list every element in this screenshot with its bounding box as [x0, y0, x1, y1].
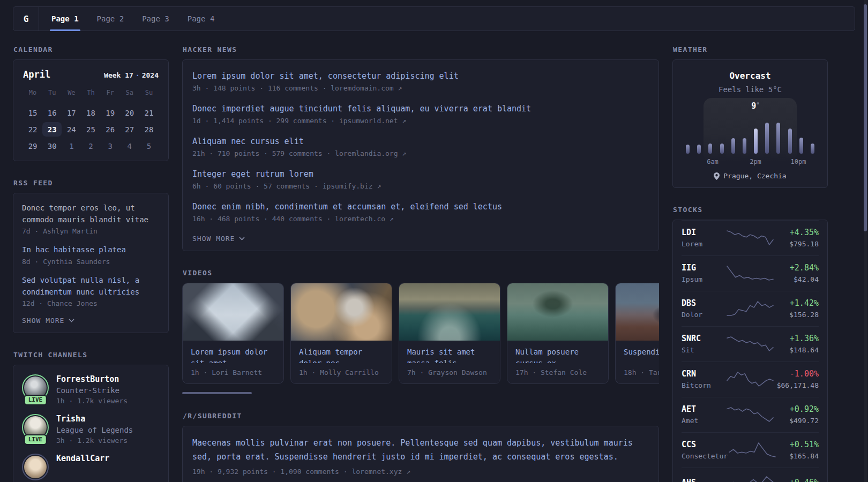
- calendar-day-cell[interactable]: 29: [23, 139, 42, 153]
- stock-ticker[interactable]: CCS: [682, 440, 728, 449]
- video-meta: 1h · Molly Carrillo: [291, 363, 392, 383]
- hn-item-title[interactable]: Aliquam nec cursus elit: [192, 137, 649, 146]
- twitch-widget-title: TWITCH CHANNELS: [13, 351, 169, 359]
- weather-time-label: 6am: [707, 158, 719, 165]
- external-link-icon: ↗: [377, 182, 381, 190]
- show-more-label: SHOW MORE: [22, 317, 64, 325]
- stock-ticker[interactable]: DBS: [682, 298, 725, 308]
- rss-item-title[interactable]: Sed volutpat nulla nisl, a condimentum n…: [22, 275, 160, 298]
- hn-item-domain[interactable]: ipsumify.biz: [323, 182, 373, 190]
- stock-id: SNRC Sit: [682, 334, 725, 354]
- calendar-day-cell[interactable]: 4: [120, 139, 139, 153]
- calendar-day-cell[interactable]: 17: [62, 106, 81, 120]
- hn-item-title[interactable]: Integer eget rutrum lorem: [192, 169, 649, 179]
- weather-location[interactable]: Prague, Czechia: [684, 172, 817, 180]
- video-meta: 1h · Lori Barnett: [183, 363, 283, 383]
- stock-ticker[interactable]: IIG: [682, 263, 725, 273]
- video-thumbnail[interactable]: [616, 283, 659, 341]
- stock-ticker[interactable]: AET: [682, 404, 725, 414]
- calendar-day-cell[interactable]: 26: [101, 122, 120, 137]
- calendar-day-cell[interactable]: 2: [81, 139, 100, 153]
- video-card[interactable]: Suspendisse diam 18h · Tara: [615, 283, 659, 384]
- video-title[interactable]: Suspendisse diam: [616, 341, 659, 363]
- stock-ticker[interactable]: LDI: [682, 228, 725, 237]
- video-thumbnail[interactable]: [183, 283, 283, 341]
- stock-change: +0.51%: [777, 440, 819, 449]
- weather-condition: Overcast: [684, 71, 817, 81]
- video-thumbnail[interactable]: [291, 283, 392, 341]
- videos-widget-title: VIDEOS: [183, 269, 659, 277]
- stock-ticker[interactable]: CRN: [682, 369, 725, 379]
- stock-price: $165.84: [777, 452, 819, 460]
- video-thumbnail[interactable]: [507, 283, 608, 341]
- nav-tab-label: Page 1: [51, 14, 79, 23]
- nav-tab[interactable]: Page 4: [178, 7, 224, 31]
- calendar-day-cell[interactable]: 5: [139, 139, 159, 153]
- stock-id: CRN Bitcorn: [682, 369, 725, 389]
- carousel-scrollbar[interactable]: [182, 392, 252, 394]
- video-title[interactable]: Aliquam tempor dolor nec pharetra…: [291, 341, 392, 363]
- hn-show-more-button[interactable]: SHOW MORE: [192, 235, 649, 243]
- stock-sparkline-wrap: [728, 441, 777, 458]
- stock-name: Consectetur: [682, 452, 728, 460]
- nav-tab[interactable]: Page 3: [133, 7, 178, 31]
- stock-change: +4.35%: [775, 228, 819, 237]
- calendar-day-cell[interactable]: 15: [23, 106, 42, 120]
- weather-bar: [788, 129, 792, 154]
- app-logo[interactable]: G: [13, 7, 39, 31]
- calendar-day-cell[interactable]: 21: [139, 106, 159, 120]
- hn-item-domain[interactable]: ipsumworld.net: [339, 117, 398, 125]
- nav-tab[interactable]: Page 1: [42, 7, 88, 31]
- reddit-post-domain[interactable]: loremnet.xyz: [351, 468, 402, 476]
- calendar-day-cell[interactable]: 28: [139, 122, 159, 137]
- stock-ticker[interactable]: SNRC: [682, 334, 725, 343]
- calendar-day-cell[interactable]: 24: [62, 122, 81, 137]
- stock-sparkline-chart: [725, 406, 775, 423]
- video-card[interactable]: Lorem ipsum dolor sit amet consectetu… 1…: [182, 283, 284, 384]
- calendar-day-cell[interactable]: 1: [62, 139, 81, 153]
- twitch-channel-name[interactable]: KendallCarr: [56, 454, 109, 463]
- hn-item-domain[interactable]: loremtech.co: [335, 215, 385, 223]
- external-link-icon: ↗: [402, 117, 406, 125]
- weather-time-label: 2pm: [750, 158, 761, 165]
- avatar[interactable]: [24, 456, 47, 478]
- stock-change: +1.36%: [775, 334, 819, 343]
- calendar-day-cell[interactable]: 16: [42, 106, 62, 120]
- hn-item-title[interactable]: Donec enim nibh, condimentum et accumsan…: [192, 202, 649, 212]
- hn-item-domain[interactable]: loremdomain.com: [331, 84, 393, 92]
- stocks-card: LDI Lorem +4.35% $795.18: [672, 220, 828, 482]
- calendar-day-cell[interactable]: 3: [101, 139, 120, 153]
- calendar-day-cell[interactable]: 25: [81, 122, 100, 137]
- page-scrollbar-thumb[interactable]: [864, 4, 867, 231]
- calendar-day-cell[interactable]: 18: [81, 106, 100, 120]
- stock-row: AET Amet +0.92% $499.72: [682, 397, 819, 432]
- calendar-day-cell[interactable]: 27: [120, 122, 139, 137]
- video-thumbnail[interactable]: [399, 283, 500, 341]
- calendar-day-cell[interactable]: 23: [42, 122, 62, 137]
- video-card[interactable]: Aliquam tempor dolor nec pharetra… 1h · …: [290, 283, 392, 384]
- rss-item-title[interactable]: In hac habitasse platea: [22, 244, 160, 256]
- hn-item-title[interactable]: Donec imperdiet augue tincidunt felis al…: [192, 104, 649, 114]
- video-card[interactable]: Mauris sit amet massa felis 7h · Grayson…: [399, 283, 500, 384]
- calendar-day-cell[interactable]: 30: [42, 139, 62, 153]
- calendar-day-cell[interactable]: 20: [120, 106, 139, 120]
- rss-show-more-button[interactable]: SHOW MORE: [22, 317, 160, 325]
- weather-bar: [754, 129, 758, 154]
- video-carousel: Lorem ipsum dolor sit amet consectetu… 1…: [182, 283, 659, 384]
- twitch-channel-name[interactable]: Trisha: [56, 414, 133, 424]
- stock-sparkline-wrap: [725, 300, 775, 317]
- hn-item-domain[interactable]: loremlandia.org: [335, 149, 398, 157]
- video-title[interactable]: Nullam posuere cursus ex: [507, 341, 608, 363]
- video-title[interactable]: Lorem ipsum dolor sit amet consectetu…: [183, 341, 283, 363]
- twitch-channel-name[interactable]: ForrestBurton: [56, 374, 128, 384]
- video-card[interactable]: Nullam posuere cursus ex 17h · Stefan Co…: [507, 283, 609, 384]
- rss-item-title[interactable]: Donec tempor eros leo, ut commodo mauris…: [22, 202, 160, 225]
- calendar-day-cell[interactable]: 19: [101, 106, 120, 120]
- video-title[interactable]: Mauris sit amet massa felis: [399, 341, 500, 363]
- nav-tab[interactable]: Page 2: [88, 7, 133, 31]
- external-link-icon: ↗: [398, 84, 402, 92]
- calendar-day-cell[interactable]: 22: [23, 122, 42, 137]
- hn-item-title[interactable]: Lorem ipsum dolor sit amet, consectetur …: [192, 71, 649, 81]
- reddit-post-title[interactable]: Maecenas mollis pulvinar erat non posuer…: [192, 436, 649, 464]
- stock-ticker[interactable]: AHS: [682, 478, 725, 482]
